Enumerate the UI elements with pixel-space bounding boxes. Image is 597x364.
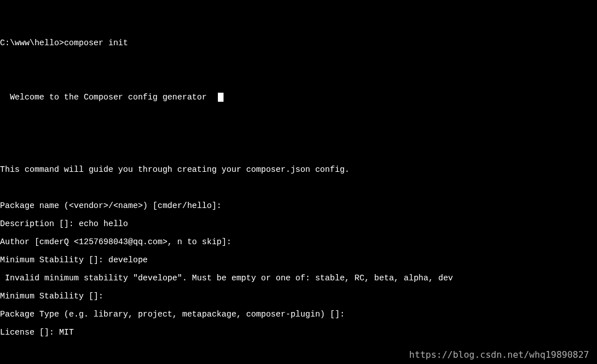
welcome-line: Welcome to the Composer config generator bbox=[0, 93, 597, 102]
package-name-label: Package name (<vendor>/<name>) [cmder/he… bbox=[0, 201, 226, 210]
description-value: echo hello bbox=[79, 219, 128, 228]
blank-line bbox=[0, 75, 597, 84]
guide-line: This command will guide you through crea… bbox=[0, 165, 597, 174]
blank-line bbox=[0, 111, 597, 120]
package-type-label: Package Type (e.g. library, project, met… bbox=[0, 310, 350, 319]
package-name-line: Package name (<vendor>/<name>) [cmder/he… bbox=[0, 201, 597, 210]
blank-line bbox=[0, 129, 597, 138]
description-label: Description []: bbox=[0, 219, 79, 228]
min-stability-value: develope bbox=[108, 255, 148, 265]
author-line: Author [cmderQ <1257698043@qq.com>, n to… bbox=[0, 237, 597, 246]
license-label: License []: bbox=[0, 328, 59, 337]
watermark-text: https://blog.csdn.net/whq19890827 bbox=[409, 350, 589, 359]
min-stability-line: Minimum Stability []: develope bbox=[0, 255, 597, 265]
license-value: MIT bbox=[59, 328, 74, 337]
invalid-stability-line: Invalid minimum stability "develope". Mu… bbox=[0, 274, 597, 283]
license-line: License []: MIT bbox=[0, 328, 597, 337]
package-type-line: Package Type (e.g. library, project, met… bbox=[0, 310, 597, 319]
prompt: C:\www\hello> bbox=[0, 38, 64, 47]
min-stability-label-2: Minimum Stability []: bbox=[0, 292, 108, 301]
blank-line bbox=[0, 183, 597, 192]
command-text: composer init bbox=[64, 38, 128, 47]
min-stability-line-2: Minimum Stability []: bbox=[0, 292, 597, 301]
command-line: C:\www\hello>composer init bbox=[0, 38, 597, 47]
blank-line bbox=[0, 147, 597, 156]
description-line: Description []: echo hello bbox=[0, 219, 597, 228]
cursor-block bbox=[218, 93, 224, 102]
author-label: Author [cmderQ <1257698043@qq.com>, n to… bbox=[0, 237, 237, 246]
welcome-text: Welcome to the Composer config generator bbox=[10, 93, 207, 102]
blank-line bbox=[0, 57, 597, 66]
min-stability-label: Minimum Stability []: bbox=[0, 255, 108, 265]
